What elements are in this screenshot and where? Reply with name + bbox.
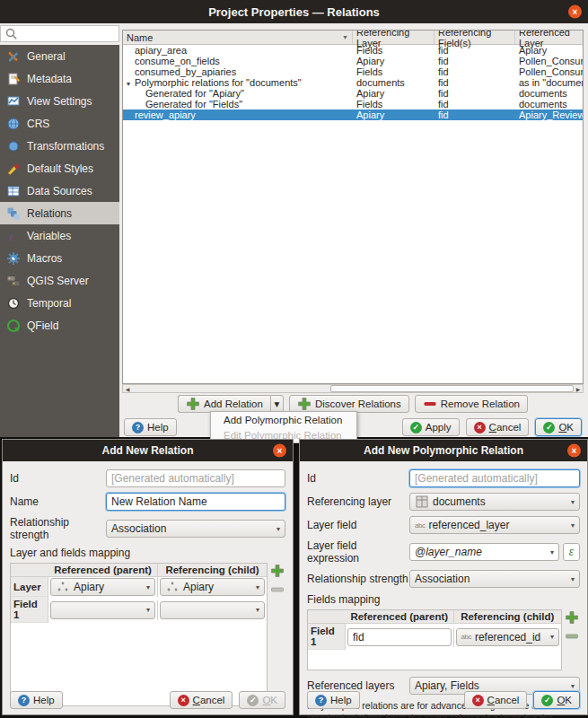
cancel-button[interactable]: × Cancel	[466, 418, 530, 436]
add-field-button[interactable]	[565, 610, 579, 625]
field1-parent-input[interactable]: fid	[347, 628, 452, 646]
add-relation-button-box: ? Help × Cancel ✓ OK	[10, 691, 285, 709]
help-icon: ?	[18, 695, 30, 706]
ok-button-disabled: ✓ OK	[239, 691, 285, 709]
add-relation-body: Id [Generated automatically] Name New Re…	[3, 461, 293, 714]
sidebar-nav: General Metadata View Settings CRS Trans…	[0, 45, 119, 437]
sidebar-search[interactable]	[0, 25, 119, 42]
layer-child-select[interactable]: Apiary ▾	[160, 578, 265, 596]
expander-icon[interactable]: ▾	[127, 79, 135, 88]
sidebar-item-variables[interactable]: ε Variables	[0, 224, 119, 247]
scroll-right-icon[interactable]: ▶	[574, 385, 583, 392]
table-row[interactable]: consumed_by_apiaries Fields fid Pollen_C…	[123, 66, 583, 77]
add-plus-icon	[186, 397, 200, 411]
add-field-button[interactable]	[270, 564, 285, 578]
remove-field-button[interactable]	[270, 582, 285, 597]
horizontal-scrollbar[interactable]: ◀ ▶	[122, 384, 584, 393]
chevron-down-icon: ▾	[276, 525, 280, 533]
ok-check-icon: ✓	[247, 695, 259, 706]
name-field[interactable]: New Relation Name	[106, 493, 285, 511]
dialog-title: Add New Polymorphic Relation	[364, 444, 523, 457]
add-new-relation-dialog: Add New Relation × Id [Generated automat…	[2, 439, 294, 715]
column-header-name[interactable]: Name ▼	[123, 31, 353, 44]
sidebar-item-label: Variables	[27, 230, 71, 242]
project-properties-titlebar[interactable]: Project Properties — Relations ×	[0, 0, 588, 23]
table-row[interactable]: consume_on_fields Apiary fid Pollen_Cons…	[123, 56, 583, 66]
column-header-referenced-layer[interactable]: Referenced Layer	[515, 31, 583, 44]
field1-child-select[interactable]: ▾	[160, 601, 265, 619]
sidebar-item-general[interactable]: General	[0, 45, 119, 67]
table-row[interactable]: Generated for "Fields" Fields fid docume…	[123, 99, 583, 109]
cancel-cross-icon: ×	[178, 695, 189, 706]
table-row-selected[interactable]: review_apiary Apiary fid Apiary_Reviews	[123, 109, 583, 120]
remove-relation-button[interactable]: Remove Relation	[415, 395, 528, 413]
discover-plus-icon	[297, 397, 312, 411]
relations-table-header: Name ▼ Referencing Layer Referencing Fie…	[123, 31, 583, 45]
close-icon[interactable]: ×	[273, 444, 286, 458]
sidebar-item-data-sources[interactable]: Data Sources	[0, 180, 119, 202]
scroll-left-icon[interactable]: ◀	[123, 385, 132, 392]
help-button[interactable]: ? Help	[124, 418, 177, 436]
expression-input[interactable]: @layer_name ▾	[409, 543, 559, 561]
close-icon[interactable]: ×	[568, 5, 582, 19]
sort-desc-icon[interactable]: ▼	[342, 34, 348, 40]
sidebar-item-transformations[interactable]: Transformations	[0, 135, 119, 157]
column-header-referencing-layer[interactable]: Referencing Layer	[353, 31, 434, 44]
scrollbar-track[interactable]	[132, 385, 574, 392]
strength-select[interactable]: Association ▾	[106, 520, 285, 538]
sidebar-item-macros[interactable]: Macros	[0, 247, 119, 269]
help-button[interactable]: ? Help	[307, 691, 360, 709]
sidebar-item-label: CRS	[27, 118, 49, 130]
menu-item-add-polymorphic-relation[interactable]: Add Polymorphic Relation	[211, 412, 356, 427]
metadata-icon	[6, 72, 21, 86]
add-relation-button[interactable]: Add Relation	[178, 395, 270, 413]
help-button[interactable]: ? Help	[10, 691, 63, 709]
field1-child-select[interactable]: abc referenced_id ▾	[456, 628, 560, 646]
add-polymorphic-titlebar[interactable]: Add New Polymorphic Relation ×	[300, 440, 587, 461]
sidebar-item-qgis-server[interactable]: QGIS Server	[0, 269, 119, 292]
sidebar-item-view-settings[interactable]: View Settings	[0, 90, 119, 112]
field1-row-label: Field 1	[11, 597, 48, 623]
cancel-button[interactable]: × Cancel	[464, 691, 528, 709]
close-icon[interactable]: ×	[567, 444, 581, 458]
add-relation-titlebar[interactable]: Add New Relation ×	[3, 440, 293, 461]
column-referencing-child: Referencing (child)	[158, 564, 267, 576]
referencing-layer-select[interactable]: documents ▾	[409, 493, 580, 511]
sidebar-item-metadata[interactable]: Metadata	[0, 67, 119, 90]
strength-label: Relationship strength	[10, 516, 106, 541]
svg-text:ε: ε	[9, 229, 14, 242]
mapping-section-label: Layer and fields mapping	[10, 547, 285, 559]
table-row[interactable]: Generated for "Apiary" Apiary fid docume…	[123, 88, 583, 99]
table-row-polymorphic-group[interactable]: ▾Polymorphic relations for "documents" d…	[123, 77, 583, 88]
column-header-referencing-fields[interactable]: Referencing Field(s)	[434, 31, 515, 44]
add-relation-dropdown-arrow[interactable]: ▾	[270, 395, 284, 413]
discover-relations-button[interactable]: Discover Relations	[289, 395, 409, 413]
remove-field-button[interactable]	[565, 629, 579, 644]
ok-button[interactable]: ✓ OK	[533, 691, 580, 709]
chevron-down-icon: ▾	[571, 521, 575, 530]
layer-parent-select[interactable]: Apiary ▾	[50, 578, 155, 596]
layer-field-select[interactable]: abc referenced_layer ▾	[409, 516, 580, 534]
sidebar-item-default-styles[interactable]: Default Styles	[0, 157, 119, 180]
sidebar-item-crs[interactable]: CRS	[0, 112, 119, 135]
sidebar-item-temporal[interactable]: Temporal	[0, 292, 119, 314]
ok-button[interactable]: ✓ OK	[535, 418, 582, 436]
apply-button[interactable]: ✓ Apply	[402, 418, 460, 436]
id-field[interactable]: [Generated automatically]	[106, 469, 285, 487]
search-icon	[4, 27, 19, 41]
table-icon	[6, 184, 21, 198]
id-field[interactable]: [Generated automatically]	[409, 469, 580, 487]
sidebar-item-relations[interactable]: Relations	[0, 202, 119, 224]
field1-parent-select[interactable]: ▾	[50, 601, 155, 619]
sidebar-item-qfield[interactable]: QField	[0, 314, 119, 337]
add-polymorphic-body: Id [Generated automatically] Referencing…	[300, 461, 587, 714]
scrollbar-thumb[interactable]	[330, 385, 574, 392]
text-field-icon: abc	[415, 521, 425, 530]
sidebar-item-label: Data Sources	[27, 185, 92, 197]
expression-builder-button[interactable]: ε	[563, 543, 580, 561]
table-row[interactable]: apiary_area Fields fid Apiary	[123, 45, 583, 56]
table-layer-icon	[415, 495, 429, 509]
id-label: Id	[10, 472, 106, 485]
strength-select[interactable]: Association ▾	[409, 570, 580, 588]
cancel-button[interactable]: × Cancel	[170, 691, 233, 709]
